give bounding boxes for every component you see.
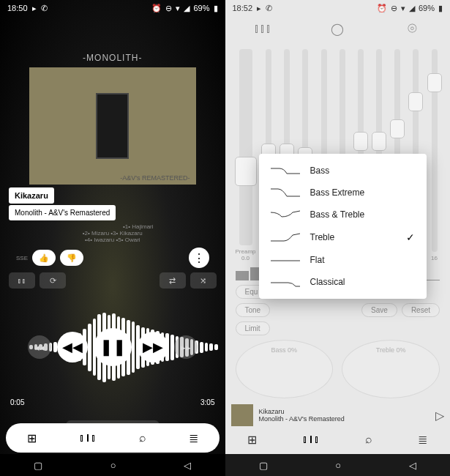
play-pause-button[interactable]: ❚❚ [94,328,132,366]
time-total: 3:05 [200,398,214,406]
time-elapsed: 0:05 [10,398,24,406]
play-indicator-icon: ▸ [32,4,37,13]
eq-tabs: ⫿⫿⫿ ◯ ⦾ [225,16,451,42]
thumbs-up-button[interactable]: 👍 [32,250,56,266]
sse-label: SSE [16,255,28,261]
android-nav: ▢ ○ ◁ [0,454,225,476]
nav-search[interactable]: ⌕ [139,431,146,445]
preset-label: Bass [310,166,416,176]
android-home[interactable]: ○ [110,460,116,471]
next-track-button[interactable]: ▸▸ [174,335,198,359]
tab-volume-icon[interactable]: ◯ [319,22,356,36]
reset-button[interactable]: Reset [402,303,440,317]
nav-library[interactable]: ⊞ [27,431,37,445]
preset-curve-icon [271,187,300,198]
mini-album-art [231,404,253,426]
nav-equalizer[interactable]: ⫾∣⫾ [302,433,320,446]
alarm-icon: ⏰ [377,4,387,13]
android-back[interactable]: ◁ [184,460,191,471]
tracklist: •1• Hajimari •2• Mizaru •3• Kikazaru •4•… [0,223,225,243]
preset-item-bass-extreme[interactable]: Bass Extreme [259,182,427,204]
thumbs-down-button[interactable]: 👎 [60,250,83,266]
visualizer-button[interactable]: ⫾⫾ [9,272,35,289]
preset-popup: BassBass ExtremeBass & TrebleTreble✓Flat… [259,154,427,299]
mini-play-button[interactable]: ▷ [435,409,444,423]
preset-curve-icon [271,209,300,220]
album-subtitle[interactable]: Monolith - A&V's Remastered [9,205,116,220]
tab-reverb-icon[interactable]: ⦾ [394,22,431,36]
nav-library[interactable]: ⊞ [247,433,257,447]
preset-item-treble[interactable]: Treble✓ [259,226,427,249]
mini-album-title: Monolith - A&V's Remastered [259,415,430,423]
bottom-nav: ⊞ ⫾∣⫾ ⌕ ≣ [6,423,220,453]
tone-toggle-button[interactable]: Tone [236,303,271,317]
track-title[interactable]: Kikazaru [9,187,54,204]
album-header-title: -MONOLITH- [22,53,203,63]
album-brand-text: -A&V's REMASTERED- [120,174,190,182]
wifi-icon: ▾ [176,4,180,13]
preset-label: Bass Extreme [310,187,416,198]
nav-queue[interactable]: ≣ [418,433,427,447]
preamp-slider[interactable] [239,49,252,245]
wifi-icon: ▾ [401,4,405,13]
limit-toggle-button[interactable]: Limit [236,321,271,335]
nav-queue[interactable]: ≣ [189,431,198,445]
preset-curve-icon [271,255,300,265]
band-slider[interactable] [432,49,438,252]
mini-track-title: Kikazaru [259,408,430,415]
android-home[interactable]: ○ [335,460,341,471]
preset-item-bass[interactable]: Bass [259,160,427,182]
forward-button[interactable]: ▶▶ [138,332,168,362]
whatsapp-icon: ✆ [41,4,48,13]
clock: 18:50 [7,4,28,12]
nav-equalizer[interactable]: ⫾∣⫾ [79,431,97,445]
preset-label: Classical [310,277,416,287]
dnd-icon: ⊖ [165,4,172,13]
battery-text: 69% [419,4,435,12]
shuffle-button[interactable]: ⤨ [190,272,217,289]
preset-label: Bass & Treble [310,209,416,220]
battery-icon: ▮ [214,4,218,13]
mini-player[interactable]: Kikazaru Monolith - A&V's Remastered ▷ [231,404,445,426]
prev-track-button[interactable]: ◂◂ [28,335,51,359]
player-screen: 18:50 ▸ ✆ ⏰ ⊖ ▾ ◢ 69% ▮ -MONOLITH- -A&V'… [0,0,225,476]
clock: 18:52 [233,4,253,12]
signal-icon: ◢ [409,4,415,13]
preset-curve-icon [271,232,300,242]
tab-equalizer-icon[interactable]: ⫿⫿⫿ [244,22,281,36]
preset-label: Flat [310,255,416,265]
preset-curve-icon [271,277,300,287]
more-button[interactable]: ⋮ [189,248,209,268]
dnd-icon: ⊖ [391,4,397,13]
repeat-button[interactable]: ⇄ [160,272,186,289]
album-art[interactable]: -A&V's REMASTERED- [29,67,196,185]
alarm-icon: ⏰ [151,4,162,13]
bass-knob[interactable]: Bass 0% [236,340,334,398]
rewind-button[interactable]: ◀◀ [57,332,88,362]
preset-label: Treble [310,232,397,242]
save-button[interactable]: Save [361,303,397,317]
preset-item-bass-treble[interactable]: Bass & Treble [259,204,427,226]
equalizer-screen: 18:52 ▸ ✆ ⏰ ⊖ ▾ ◢ 69% ▮ ⫿⫿⫿ ◯ ⦾ Preamp 0… [225,0,451,476]
battery-text: 69% [193,4,209,12]
waveform-seek[interactable]: ◂◂ ◀◀ ❚❚ ▶▶ ▸▸ [0,296,225,398]
preset-curve-icon [271,166,300,176]
nav-search[interactable]: ⌕ [365,433,372,446]
sleep-timer-button[interactable]: ⟳ [40,272,66,289]
play-indicator-icon: ▸ [257,4,261,13]
treble-knob[interactable]: Treble 0% [342,340,440,398]
whatsapp-icon: ✆ [266,4,272,13]
status-bar: 18:52 ▸ ✆ ⏰ ⊖ ▾ ◢ 69% ▮ [225,0,451,16]
android-nav: ▢ ○ ◁ [225,454,451,476]
battery-icon: ▮ [438,4,443,13]
android-back[interactable]: ◁ [409,460,416,471]
check-icon: ✓ [406,231,415,243]
signal-icon: ◢ [184,4,190,13]
status-bar: 18:50 ▸ ✆ ⏰ ⊖ ▾ ◢ 69% ▮ [0,0,225,16]
android-recents[interactable]: ▢ [259,460,268,471]
preset-item-classical[interactable]: Classical [259,271,427,293]
preset-item-flat[interactable]: Flat [259,249,427,271]
bottom-nav: ⊞ ⫾∣⫾ ⌕ ≣ [225,426,451,453]
android-recents[interactable]: ▢ [34,460,42,471]
